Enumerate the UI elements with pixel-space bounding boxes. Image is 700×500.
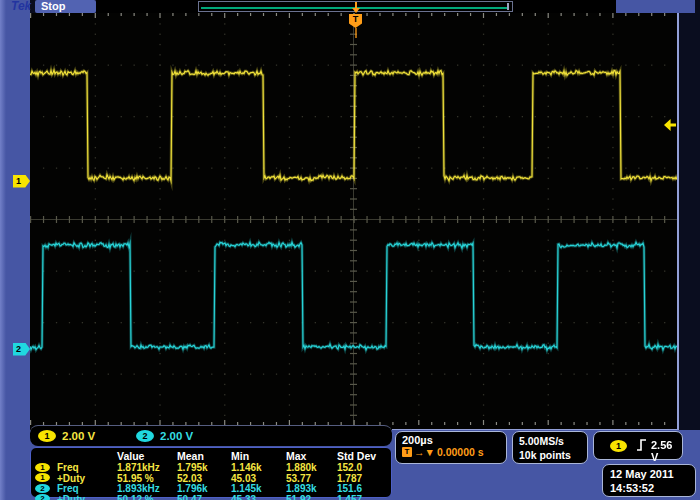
- col-header-max: Max: [286, 450, 306, 462]
- table-row: 2 +Duty 50.12 % 50.47 45.33 51.92 1.457: [31, 494, 391, 500]
- time-label: 14:53:52: [610, 481, 695, 495]
- ch2-scale-readout: 2.00 V: [160, 430, 193, 442]
- ch1-scale-readout: 2.00 V: [62, 430, 95, 442]
- ch1-badge: 1: [35, 473, 50, 482]
- trigger-position-value: 0.00000 s: [437, 446, 484, 458]
- measurement-table: Value Mean Min Max Std Dev 1 Freq 1.871k…: [30, 447, 392, 498]
- col-header-min: Min: [231, 450, 249, 462]
- graticule-waveform-canvas: [30, 13, 677, 425]
- top-right-bezel: [616, 0, 695, 13]
- record-window-bracket: [507, 3, 509, 10]
- left-bezel: [0, 0, 30, 500]
- table-row: 1 +Duty 51.95 % 52.03 45.03 53.77 1.787: [31, 473, 391, 483]
- acquisition-status-button[interactable]: Stop: [35, 0, 96, 13]
- record-view-bar[interactable]: [198, 1, 513, 12]
- screen-border-right: [677, 13, 679, 430]
- ch2-badge: 2: [35, 484, 50, 493]
- col-header-value: Value: [117, 450, 144, 462]
- corner-dark: [695, 0, 700, 13]
- horizontal-scale: 200µs: [402, 434, 506, 446]
- trigger-level-value: 2.56 V: [651, 439, 682, 463]
- trigger-t-icon: T: [402, 447, 412, 457]
- ch2-badge: 2: [136, 430, 154, 442]
- tek-logo: Tek: [11, 0, 31, 13]
- rising-edge-icon: [636, 438, 648, 452]
- record-length: 10k points: [519, 448, 587, 462]
- table-row: 1 Freq 1.871kHz 1.795k 1.146k 1.880k 152…: [31, 462, 391, 472]
- trigger-position-arrows-icon: →▼: [414, 446, 435, 458]
- channel-scale-readout-bar: 1 2.00 V 2 2.00 V: [30, 425, 392, 446]
- ch2-badge: 2: [35, 494, 50, 500]
- trigger-position-flag-tail: [355, 28, 357, 38]
- ch1-badge: 1: [35, 463, 50, 472]
- acquisition-settings-box: 5.00MS/s 10k points: [512, 431, 588, 464]
- table-row: 2 Freq 1.893kHz 1.796k 1.145k 1.893k 151…: [31, 483, 391, 493]
- datetime-box: 12 May 2011 14:53:52: [602, 464, 696, 497]
- trigger-source-badge: 1: [610, 440, 627, 452]
- right-dark-strip: [679, 13, 700, 430]
- trigger-settings-box: 1 2.56 V: [593, 431, 683, 460]
- date-label: 12 May 2011: [610, 467, 695, 481]
- horizontal-settings-box: 200µs T→▼0.00000 s: [395, 431, 507, 464]
- trigger-position-arrow-icon: [352, 8, 360, 13]
- sample-rate: 5.00MS/s: [519, 434, 587, 448]
- ch1-badge: 1: [38, 430, 56, 442]
- col-header-std: Std Dev: [337, 450, 376, 462]
- col-header-mean: Mean: [177, 450, 204, 462]
